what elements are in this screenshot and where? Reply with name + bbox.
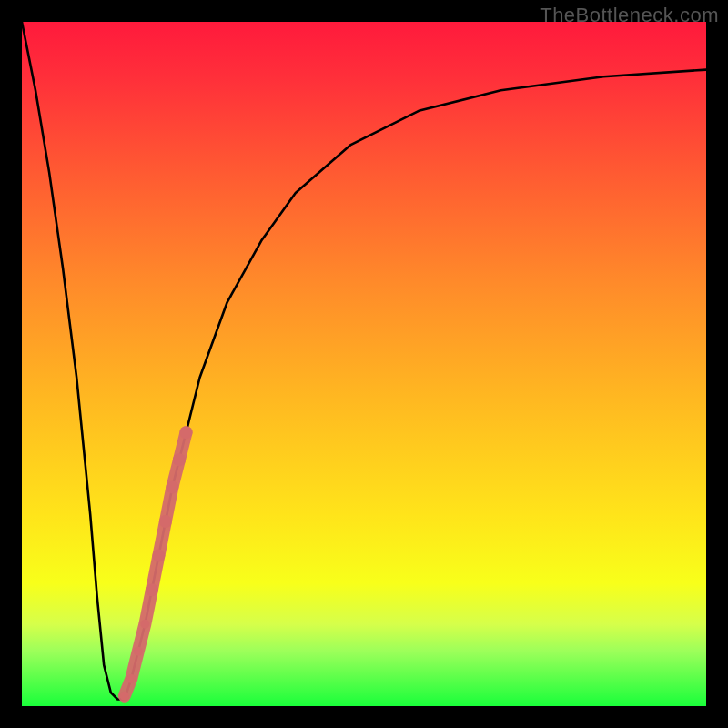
highlight-point (159, 515, 172, 528)
highlight-segment (125, 432, 187, 696)
highlight-point (126, 674, 136, 683)
highlight-point (166, 480, 178, 493)
curve-layer (22, 22, 706, 706)
plot-area (22, 22, 706, 706)
chart-frame: TheBottleneck.com (0, 0, 728, 728)
bottleneck-curve (22, 22, 706, 700)
highlight-points (120, 426, 193, 701)
watermark-text: TheBottleneck.com (540, 4, 719, 27)
highlight-point (146, 583, 158, 596)
highlight-point (173, 453, 186, 466)
highlight-point (120, 692, 129, 701)
highlight-point (134, 647, 143, 656)
highlight-point (152, 550, 165, 562)
highlight-point (140, 620, 149, 629)
highlight-point (180, 426, 193, 439)
